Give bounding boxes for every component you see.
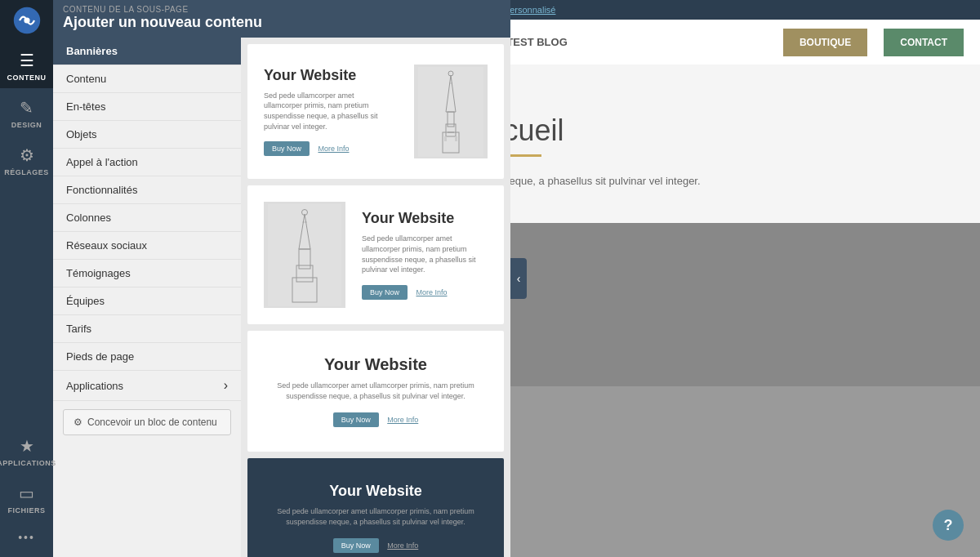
category-colonnes[interactable]: Colonnes <box>53 204 241 232</box>
category-applications[interactable]: Applications <box>53 371 241 401</box>
panel-body: Bannières Contenu En-têtes Objets Appel … <box>53 38 510 557</box>
contact-button[interactable]: CONTACT <box>884 29 964 56</box>
category-en-tetes[interactable]: En-têtes <box>53 93 241 121</box>
category-objets[interactable]: Objets <box>53 121 241 149</box>
sidebar-label-reglages: RÉGLAGES <box>4 168 49 176</box>
sidebar-label-fichiers: FICHIERS <box>7 506 45 515</box>
templates-area[interactable]: Your Website Sed pede ullamcorper amet u… <box>241 38 510 557</box>
sidebar-label-design: DESIGN <box>11 121 42 129</box>
reglages-icon: ⚙ <box>20 145 34 165</box>
svg-point-1 <box>24 17 29 23</box>
panel-title: Ajouter un nouveau contenu <box>63 14 501 31</box>
tpl4-btn: Buy Now <box>333 538 379 553</box>
custom-block-button[interactable]: ⚙ Concevoir un bloc de contenu <box>63 409 231 435</box>
applications-icon: ★ <box>20 436 34 456</box>
category-equipes[interactable]: Équipes <box>53 287 241 315</box>
tpl1-image <box>414 65 488 158</box>
sidebar-item-reglages[interactable]: ⚙ RÉGLAGES <box>0 136 53 183</box>
tpl1-title: Your Website <box>264 67 387 84</box>
fichiers-icon: ▭ <box>19 483 34 503</box>
design-icon: ✎ <box>20 98 33 118</box>
category-tarifs[interactable]: Tarifs <box>53 315 241 343</box>
tpl3-title: Your Website <box>264 355 488 374</box>
tpl4-title: Your Website <box>264 483 488 500</box>
contenu-icon: ☰ <box>20 51 34 70</box>
template-card-3[interactable]: Your Website Sed pede ullamcorper amet u… <box>247 331 504 452</box>
svg-rect-10 <box>444 136 447 141</box>
tpl1-body: Sed pede ullamcorper amet ullamcorper pr… <box>264 91 387 131</box>
tpl2-text: Your Website Sed pede ullamcorper amet u… <box>362 210 488 299</box>
sidebar-item-contenu[interactable]: ☰ CONTENU <box>0 41 53 88</box>
tpl4-body: Sed pede ullamcorper amet ullamcorper pr… <box>264 506 488 527</box>
tpl2-title: Your Website <box>362 210 488 227</box>
help-button[interactable]: ? <box>933 510 964 541</box>
template-card-2[interactable]: Your Website Sed pede ullamcorper amet u… <box>247 185 504 324</box>
category-appel[interactable]: Appel à l'action <box>53 149 241 176</box>
svg-rect-12 <box>268 204 341 306</box>
sidebar-item-design[interactable]: ✎ DESIGN <box>0 88 53 136</box>
tpl4-link: More Info <box>387 541 418 550</box>
gear-icon: ⚙ <box>74 417 82 428</box>
tpl3-body: Sed pede ullamcorper amet ullamcorper pr… <box>264 381 488 401</box>
panel-header: CONTENU DE LA SOUS-PAGE Ajouter un nouve… <box>53 0 510 38</box>
tpl3-link: More Info <box>387 416 418 424</box>
category-list: Bannières Contenu En-têtes Objets Appel … <box>53 38 241 557</box>
tpl2-btn: Buy Now <box>362 285 408 300</box>
template-card-1[interactable]: Your Website Sed pede ullamcorper amet u… <box>247 44 504 179</box>
sidebar-label-contenu: CONTENU <box>7 74 47 82</box>
tpl1-text: Your Website Sed pede ullamcorper amet u… <box>264 67 387 156</box>
sidebar-label-applications: APPLICATIONS <box>0 459 56 467</box>
boutique-button[interactable]: BOUTIQUE <box>783 29 867 56</box>
panel-breadcrumb: CONTENU DE LA SOUS-PAGE <box>63 5 501 14</box>
category-reseaux[interactable]: Réseaux sociaux <box>53 232 241 260</box>
custom-block-label: Concevoir un bloc de contenu <box>87 417 217 428</box>
tpl1-link: More Info <box>318 145 349 153</box>
category-bannieres[interactable]: Bannières <box>53 38 241 65</box>
category-fonctionnalites[interactable]: Fonctionnalités <box>53 176 241 204</box>
template-preview-1: Your Website Sed pede ullamcorper amet u… <box>247 44 504 179</box>
chevron-left-icon: ‹ <box>517 272 521 285</box>
tpl2-body: Sed pede ullamcorper amet ullamcorper pr… <box>362 234 488 274</box>
more-icon: ••• <box>18 531 35 544</box>
sidebar-logo <box>0 0 53 41</box>
nav-link-testblog[interactable]: TEST BLOG <box>506 36 567 48</box>
template-preview-4: Your Website Sed pede ullamcorper amet u… <box>247 458 504 557</box>
template-preview-2: Your Website Sed pede ullamcorper amet u… <box>247 185 504 324</box>
tpl1-btn: Buy Now <box>264 141 310 156</box>
category-contenu[interactable]: Contenu <box>53 65 241 93</box>
content-panel: CONTENU DE LA SOUS-PAGE Ajouter un nouve… <box>53 0 510 557</box>
category-pieds[interactable]: Pieds de page <box>53 343 241 371</box>
category-temoignages[interactable]: Témoignages <box>53 260 241 287</box>
tpl2-image <box>264 202 345 308</box>
tpl3-btn: Buy Now <box>333 412 379 427</box>
sidebar-item-more[interactable]: ••• <box>0 521 53 550</box>
tpl2-link: More Info <box>416 288 447 296</box>
svg-rect-11 <box>455 136 457 141</box>
sidebar-item-fichiers[interactable]: ▭ FICHIERS <box>0 474 53 521</box>
left-sidebar: ☰ CONTENU ✎ DESIGN ⚙ RÉGLAGES ★ APPLICAT… <box>0 0 53 557</box>
sidebar-item-applications[interactable]: ★ APPLICATIONS <box>0 426 53 474</box>
template-card-4[interactable]: Your Website Sed pede ullamcorper amet u… <box>247 458 504 557</box>
panel-collapse-button[interactable]: ‹ <box>510 258 527 299</box>
template-preview-3: Your Website Sed pede ullamcorper amet u… <box>247 331 504 452</box>
